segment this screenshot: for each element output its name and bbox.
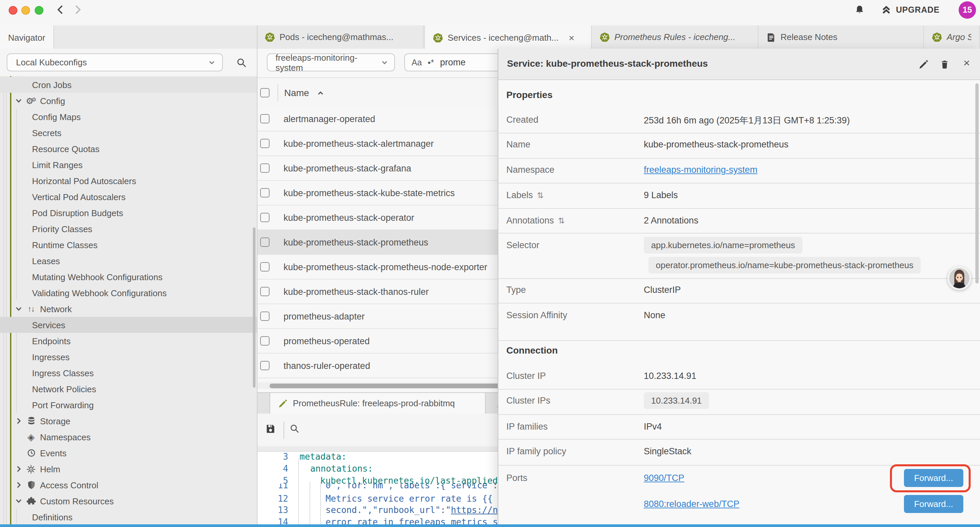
row-checkbox[interactable] — [260, 336, 269, 345]
port-link[interactable]: 8080:reloader-web/TCP — [644, 498, 740, 509]
sidebar-item-custom-resources[interactable]: Custom Resources — [0, 493, 257, 509]
tab-label: Prometheus Rules - icecheng... — [614, 32, 735, 42]
avatar-image — [947, 266, 971, 290]
sidebar-item-helm[interactable]: Helm — [0, 461, 257, 477]
tab-release-notes[interactable]: Release Notes — [759, 25, 924, 49]
sidebar-item-endpoints[interactable]: Endpoints — [0, 333, 257, 349]
tab-argo[interactable]: Argo Se — [924, 25, 980, 49]
forward-button[interactable]: Forward... — [904, 495, 963, 513]
sidebar-item-ingresses[interactable]: Ingresses — [0, 349, 257, 365]
sort-toggle-icon[interactable]: ⇅ — [537, 191, 544, 200]
sidebar-item-pod-disruption-budgets[interactable]: Pod Disruption Budgets — [0, 205, 257, 221]
chevron-right-icon[interactable] — [15, 481, 23, 489]
sidebar-item-horizontal-pod-autoscalers[interactable]: Horizontal Pod Autoscalers — [0, 173, 257, 189]
row-checkbox[interactable] — [260, 164, 269, 173]
sidebar-item-config[interactable]: ⚙⚙Config — [0, 93, 257, 109]
chevron-right-icon[interactable] — [15, 465, 23, 473]
sidebar-item-definitions[interactable]: Definitions — [0, 509, 257, 525]
service-name-cell: kube-prometheus-stack-alertmanager — [283, 139, 434, 148]
sidebar-item-resource-quotas[interactable]: Resource Quotas — [0, 141, 257, 157]
section-properties: Properties — [506, 89, 553, 100]
sidebar-item-priority-classes[interactable]: Priority Classes — [0, 221, 257, 237]
sidebar-item-port-forwarding[interactable]: Port Forwarding — [0, 397, 257, 413]
sidebar-item-config-maps[interactable]: Config Maps — [0, 109, 257, 125]
table-horizontal-scrollbar[interactable] — [258, 382, 508, 389]
row-divider — [498, 233, 980, 234]
namespace-link[interactable]: freeleaps-monitoring-system — [644, 165, 757, 175]
row-checkbox[interactable] — [260, 287, 269, 296]
save-button[interactable] — [266, 424, 275, 434]
sidebar-item-secrets[interactable]: Secrets — [0, 125, 257, 141]
sidebar-item-label: Mutating Webhook Configurations — [32, 272, 162, 282]
sidebar-item-network-policies[interactable]: Network Policies — [0, 381, 257, 397]
sidebar-item-vertical-pod-autoscalers[interactable]: Vertical Pod Autoscalers — [0, 189, 257, 205]
namespace-select[interactable]: freeleaps-monitoring-system — [267, 53, 395, 72]
sidebar-item-cron-jobs[interactable]: Cron Jobs — [0, 77, 257, 93]
match-case-toggle[interactable]: Aa — [412, 58, 422, 67]
back-button[interactable] — [55, 4, 66, 15]
tab-services[interactable]: Services - icecheng@math...× — [424, 25, 592, 49]
regex-toggle[interactable]: ▪* — [428, 58, 434, 67]
tab-prometheus-rules[interactable]: Prometheus Rules - icecheng... — [592, 25, 759, 49]
row-checkbox[interactable] — [260, 262, 269, 272]
close-window-button[interactable] — [9, 6, 18, 15]
port-link[interactable]: 9090/TCP — [644, 473, 684, 483]
user-avatar[interactable] — [947, 266, 971, 290]
notification-count-badge[interactable]: 15 — [959, 2, 976, 19]
sidebar-item-runtime-classes[interactable]: Runtime Classes — [0, 237, 257, 253]
maximize-window-button[interactable] — [35, 6, 43, 15]
edit-resource-button[interactable] — [919, 59, 929, 69]
kubeconfig-select[interactable]: Local Kubeconfigs — [7, 53, 223, 72]
service-name-cell: kube-prometheus-stack-prometheus-node-ex… — [283, 262, 487, 272]
tab-navigator[interactable]: Navigator — [0, 25, 54, 49]
forward-button[interactable] — [72, 4, 83, 15]
select-all-checkbox[interactable] — [260, 88, 269, 97]
tab-pods[interactable]: Pods - icecheng@mathmas... — [257, 25, 424, 49]
scrollbar-thumb[interactable] — [269, 383, 508, 388]
sidebar-item-events[interactable]: Events — [0, 445, 257, 461]
dock-toolbar — [258, 414, 508, 447]
delete-resource-button[interactable] — [940, 59, 949, 69]
row-checkbox[interactable] — [260, 114, 269, 123]
sidebar-item-limit-ranges[interactable]: Limit Ranges — [0, 157, 257, 173]
chevron-down-icon[interactable] — [15, 497, 23, 505]
sidebar-item-namespaces[interactable]: ◈Namespaces — [0, 429, 257, 445]
sidebar-item-network[interactable]: ↑↓Network — [0, 301, 257, 317]
row-checkbox[interactable] — [260, 237, 269, 247]
chevron-down-icon — [381, 59, 388, 66]
sidebar-item-mutating-webhook-configurations[interactable]: Mutating Webhook Configurations — [0, 269, 257, 285]
sort-toggle-icon[interactable]: ⇅ — [558, 216, 565, 225]
sidebar-item-storage[interactable]: Storage — [0, 413, 257, 429]
column-name-header[interactable]: Name — [284, 88, 309, 98]
row-checkbox[interactable] — [260, 361, 269, 370]
sidebar-item-ingress-classes[interactable]: Ingress Classes — [0, 365, 257, 381]
chevron-right-icon[interactable] — [15, 417, 23, 425]
drawer-scrollbar[interactable] — [975, 83, 978, 283]
row-checkbox[interactable] — [260, 312, 269, 321]
yaml-editor[interactable]: 3metadata:4annotations:5kubectl.kubernet… — [258, 452, 508, 525]
sidebar-scrollbar[interactable] — [253, 228, 256, 388]
editor-search-button[interactable] — [290, 424, 299, 434]
sidebar-item-access-control[interactable]: Access Control — [0, 477, 257, 493]
editor-line: 3metadata: — [258, 452, 508, 463]
row-checkbox[interactable] — [260, 139, 269, 148]
table-search-input[interactable]: Aa ▪* prome — [404, 53, 508, 72]
row-checkbox[interactable] — [260, 188, 269, 197]
sort-ascending-icon[interactable] — [317, 89, 325, 96]
notifications-button[interactable] — [854, 5, 865, 15]
close-drawer-button[interactable]: × — [963, 57, 970, 70]
chevron-down-icon[interactable] — [15, 97, 23, 105]
property-value-type: ClusterIP — [644, 285, 681, 295]
row-checkbox[interactable] — [260, 213, 269, 222]
minimize-window-button[interactable] — [21, 6, 30, 15]
sidebar-search-button[interactable] — [236, 57, 247, 71]
sidebar-item-leases[interactable]: Leases — [0, 253, 257, 269]
dock-tab-prometheusrule[interactable]: PrometheusRule: freeleaps-prod-rabbitmq — [269, 393, 486, 414]
label-text: Labels — [506, 190, 533, 200]
chevron-down-icon[interactable] — [15, 305, 23, 313]
upgrade-button[interactable]: UPGRADE — [881, 5, 940, 15]
close-tab-icon[interactable]: × — [569, 32, 575, 42]
property-label-ports: Ports — [506, 473, 527, 483]
sidebar-item-validating-webhook-configurations[interactable]: Validating Webhook Configurations — [0, 285, 257, 301]
sidebar-item-services[interactable]: Services — [0, 317, 257, 333]
